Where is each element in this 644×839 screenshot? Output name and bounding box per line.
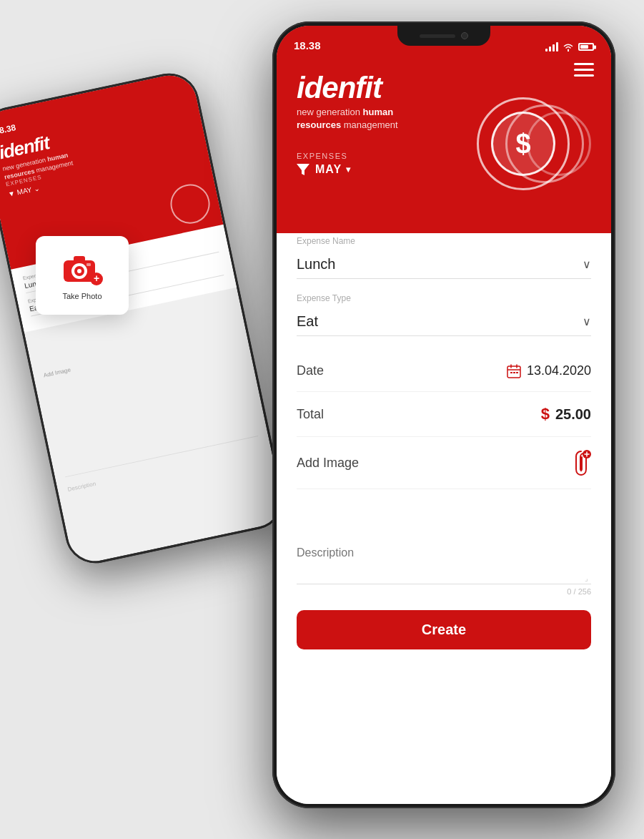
svg-rect-15 bbox=[516, 372, 518, 373]
battery-icon bbox=[578, 43, 594, 51]
add-image-row[interactable]: Add Image bbox=[297, 437, 591, 489]
description-area: ⌟ bbox=[297, 546, 591, 584]
total-amount: 25.00 bbox=[555, 406, 591, 423]
notch-speaker bbox=[420, 34, 455, 38]
take-photo-label[interactable]: Take Photo bbox=[53, 292, 112, 300]
total-row: Total $ 25.00 bbox=[297, 392, 591, 437]
status-time: 18.38 bbox=[294, 39, 321, 51]
date-value: 13.04.2020 bbox=[527, 363, 591, 378]
svg-point-4 bbox=[77, 269, 81, 273]
month-selector[interactable]: MAY ▾ bbox=[315, 163, 351, 176]
attachment-icon[interactable] bbox=[571, 450, 591, 476]
expense-type-dropdown[interactable]: Eat ∨ bbox=[297, 308, 591, 336]
expense-name-value: Lunch bbox=[297, 256, 336, 273]
expense-name-group: Expense Name Lunch ∨ bbox=[297, 236, 591, 279]
date-value-group[interactable]: 13.04.2020 bbox=[507, 363, 591, 378]
create-button[interactable]: Create bbox=[297, 610, 591, 649]
back-description: Description bbox=[67, 481, 96, 493]
dollar-icon: $ bbox=[541, 405, 550, 423]
svg-text:+: + bbox=[94, 273, 99, 284]
resize-handle-icon: ⌟ bbox=[585, 574, 588, 582]
add-image-label: Add Image bbox=[297, 456, 359, 471]
signal-icon bbox=[545, 42, 558, 51]
wifi-icon bbox=[563, 43, 574, 51]
svg-rect-14 bbox=[513, 372, 515, 373]
back-circle-decoration bbox=[167, 181, 213, 227]
expense-type-label: Expense Type bbox=[297, 293, 591, 303]
main-phone: 18.38 bbox=[272, 21, 615, 808]
expense-type-chevron-icon: ∨ bbox=[583, 315, 591, 328]
month-label: MAY bbox=[315, 163, 342, 176]
hamburger-button[interactable] bbox=[574, 63, 594, 77]
expense-name-dropdown[interactable]: Lunch ∨ bbox=[297, 250, 591, 279]
header-decoration: $ bbox=[477, 97, 591, 183]
svg-marker-8 bbox=[297, 164, 309, 175]
expense-type-value: Eat bbox=[297, 313, 318, 330]
background-phone: 18.38 idenfit new generation humanresour… bbox=[0, 68, 289, 569]
expense-type-group: Expense Type Eat ∨ bbox=[297, 293, 591, 336]
date-row: Date 13.04.2020 bbox=[297, 350, 591, 392]
total-label: Total bbox=[297, 407, 324, 422]
total-value-group[interactable]: $ 25.00 bbox=[541, 405, 591, 423]
svg-rect-5 bbox=[86, 263, 91, 266]
chevron-down-icon: ▾ bbox=[346, 165, 351, 175]
description-input[interactable] bbox=[297, 546, 591, 575]
svg-rect-13 bbox=[510, 372, 512, 373]
app-content: Expense Name Lunch ∨ Expense Type Eat ∨ bbox=[277, 219, 611, 804]
camera-icon: + bbox=[61, 250, 104, 286]
filter-icon[interactable] bbox=[297, 164, 309, 175]
phone-notch bbox=[397, 26, 490, 46]
back-phone-time: 18.38 bbox=[0, 122, 16, 137]
notch-camera bbox=[461, 32, 468, 39]
date-label: Date bbox=[297, 363, 324, 378]
take-photo-popup[interactable]: + Take Photo bbox=[36, 236, 129, 315]
calendar-icon bbox=[507, 364, 521, 378]
expense-name-label: Expense Name bbox=[297, 236, 591, 246]
char-count: 0 / 256 bbox=[297, 587, 591, 596]
expense-name-chevron-icon: ∨ bbox=[583, 257, 591, 271]
status-icons bbox=[545, 42, 594, 51]
svg-rect-1 bbox=[74, 256, 85, 263]
back-add-image: Add Image bbox=[33, 329, 247, 381]
